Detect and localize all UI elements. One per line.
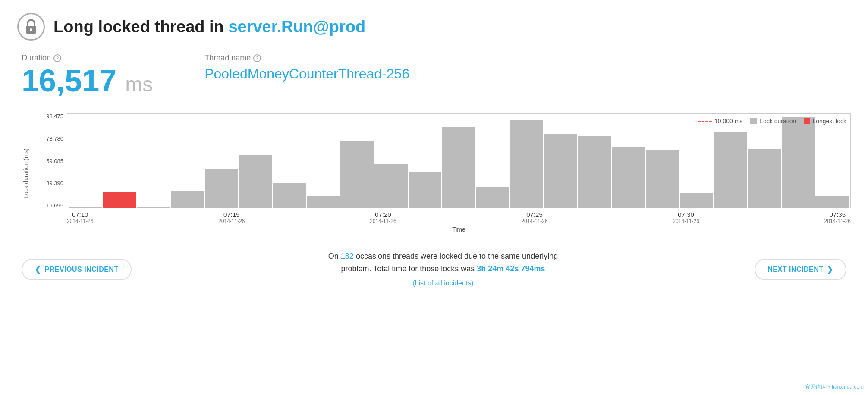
- chart-section: Lock duration (ms) 10,000 ms Lock durati…: [17, 113, 851, 233]
- longest-lock-label: Longest lock: [812, 118, 846, 125]
- next-incident-button[interactable]: NEXT INCIDENT ❯: [755, 259, 846, 280]
- watermark: 宜天信达 Yitianxinda.com: [805, 383, 864, 391]
- lock-duration-bar: [815, 196, 849, 208]
- duration-metric: Duration ? 16,517 ms: [22, 53, 153, 96]
- next-chevron-icon: ❯: [827, 265, 833, 274]
- y-axis-label: Lock duration (ms): [22, 148, 29, 198]
- thread-info-icon[interactable]: ?: [253, 54, 261, 62]
- y-tick: 78,780: [46, 136, 63, 141]
- thread-name-label: Thread name ?: [204, 53, 409, 63]
- legend-lock-duration: Lock duration: [750, 118, 796, 125]
- prev-button-label: PREVIOUS INCIDENT: [45, 266, 119, 273]
- x-tick: 07:152014-11-26: [218, 211, 245, 224]
- lock-duration-bar: [782, 117, 815, 208]
- lock-duration-bar: [171, 191, 204, 208]
- lock-duration-bar: [748, 149, 781, 208]
- lock-duration-icon: [750, 118, 757, 124]
- lock-duration-bar: [239, 155, 272, 208]
- y-tick: 98,475: [46, 113, 63, 119]
- total-time: 3h 24m 42s 794ms: [477, 264, 545, 273]
- thread-name-value: PooledMoneyCounterThread-256: [204, 66, 409, 82]
- lock-duration-bar: [137, 207, 170, 208]
- lock-duration-bar: [578, 136, 611, 208]
- y-axis-label-container: Lock duration (ms): [17, 113, 35, 233]
- lock-duration-bar: [442, 127, 475, 208]
- svg-point-1: [30, 28, 32, 31]
- lock-duration-bar: [476, 187, 509, 208]
- lock-duration-bar: [612, 147, 645, 208]
- lock-duration-bar: [374, 164, 408, 208]
- duration-info-icon[interactable]: ?: [53, 54, 61, 62]
- threshold-line-icon: [698, 121, 712, 122]
- prev-chevron-icon: ❮: [35, 265, 41, 274]
- y-tick: 19,695: [46, 203, 63, 208]
- legend-threshold: 10,000 ms: [698, 118, 742, 125]
- page-title: Long locked thread in server.Run@prod: [53, 18, 365, 36]
- x-tick: 07:302014-11-26: [673, 211, 699, 224]
- thread-name-metric: Thread name ? PooledMoneyCounterThread-2…: [204, 53, 409, 96]
- lock-duration-bar: [544, 134, 577, 208]
- chart-inner: 10,000 ms Lock duration Longest lock 98,…: [37, 113, 851, 233]
- lock-duration-bar: [646, 150, 679, 208]
- message-prefix: On: [328, 252, 341, 260]
- y-tick: 59,085: [46, 158, 63, 164]
- x-tick: 07:252014-11-26: [521, 211, 547, 224]
- longest-lock-bar: [103, 192, 136, 208]
- x-tick: 07:102014-11-26: [67, 211, 93, 224]
- incidents-message: On 182 occasions threads were locked due…: [314, 250, 572, 288]
- bottom-nav: ❮ PREVIOUS INCIDENT On 182 occasions thr…: [17, 250, 851, 288]
- lock-duration-bar: [340, 141, 374, 208]
- x-tick: 07:352014-11-26: [824, 211, 851, 224]
- lock-duration-bar: [307, 196, 340, 208]
- next-button-label: NEXT INCIDENT: [767, 266, 823, 273]
- chart-canvas-area: 98,47578,78059,08539,39019,695: [37, 113, 851, 208]
- lock-duration-bar: [714, 132, 747, 208]
- metrics-row: Duration ? 16,517 ms Thread name ? Poole…: [17, 53, 851, 96]
- lock-duration-bar: [205, 169, 238, 208]
- y-tick: 39,390: [46, 180, 63, 186]
- lock-duration-bar: [510, 120, 544, 208]
- threshold-label: 10,000 ms: [714, 118, 742, 125]
- chart-plot: [67, 113, 851, 208]
- lock-duration-bar: [409, 172, 442, 208]
- x-axis: 07:102014-11-2607:152014-11-2607:202014-…: [67, 208, 851, 224]
- duration-label: Duration ?: [22, 53, 153, 63]
- lock-duration-label: Lock duration: [760, 118, 796, 125]
- prev-incident-button[interactable]: ❮ PREVIOUS INCIDENT: [22, 259, 132, 280]
- legend-longest-lock: Longest lock: [804, 118, 846, 125]
- page-header: Long locked thread in server.Run@prod: [17, 13, 851, 41]
- x-axis-title: Time: [67, 226, 851, 233]
- bars-container: [67, 114, 850, 208]
- lock-duration-bar: [680, 193, 713, 208]
- x-tick: 07:202014-11-26: [370, 211, 396, 224]
- occasions-count: 182: [341, 252, 354, 260]
- list-all-incidents-link[interactable]: (List of all incidents): [314, 278, 572, 289]
- lock-duration-bar: [69, 207, 102, 208]
- lock-duration-bar: [273, 183, 306, 208]
- longest-lock-icon: [804, 118, 810, 124]
- y-ticks: 98,47578,78059,08539,39019,695: [37, 113, 67, 208]
- duration-value: 16,517 ms: [22, 65, 153, 96]
- chart-legend: 10,000 ms Lock duration Longest lock: [698, 118, 846, 125]
- lock-icon: [17, 13, 45, 41]
